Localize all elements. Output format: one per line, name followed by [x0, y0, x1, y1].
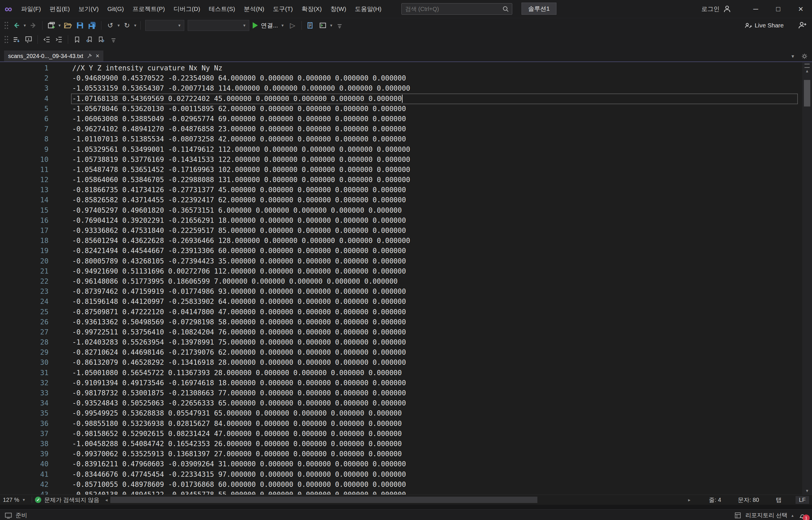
line-indicator[interactable]: 줄: 4 — [709, 496, 721, 504]
code-line[interactable]: 31-1.05001080 0.56545722 0.11367393 28.0… — [0, 368, 802, 378]
line-number[interactable]: 23 — [0, 287, 49, 297]
toolbar-grip[interactable] — [4, 35, 9, 44]
navigate-back-dropdown-icon[interactable]: ▾ — [24, 23, 26, 28]
menu-tools[interactable]: 도구(T) — [269, 0, 297, 18]
select-repository-button[interactable]: 리포지토리 선택 — [745, 511, 787, 519]
code-line[interactable]: 2-0.94689900 0.45370522 -0.22354980 64.0… — [0, 73, 802, 83]
code-line[interactable]: 8-1.01107013 0.51385534 -0.08073258 42.0… — [0, 134, 802, 144]
code-line[interactable]: 14-0.85826582 0.43714455 -0.22392417 62.… — [0, 195, 802, 205]
line-number[interactable]: 12 — [0, 175, 49, 185]
menu-git[interactable]: Git(G) — [103, 0, 128, 18]
attach-dropdown-icon[interactable]: ▾ — [281, 23, 284, 28]
scroll-right-icon[interactable]: ▸ — [686, 497, 692, 503]
menu-view[interactable]: 보기(V) — [74, 0, 103, 18]
zoom-control[interactable]: 127 % ▾ — [0, 497, 29, 503]
line-number[interactable]: 32 — [0, 378, 49, 388]
code-line[interactable]: 15-0.97405297 0.49601820 -0.36573151 6.0… — [0, 205, 802, 215]
split-editor-handle[interactable] — [805, 64, 810, 68]
open-file-button[interactable] — [63, 20, 73, 31]
code-line[interactable]: 37-0.98158652 0.52902615 0.08231424 47.0… — [0, 429, 802, 439]
code-line[interactable]: 36-0.98855180 0.53236938 0.02815627 84.0… — [0, 419, 802, 429]
line-number[interactable]: 24 — [0, 297, 49, 307]
line-number[interactable]: 4 — [0, 94, 49, 104]
toggle-bookmark-button[interactable] — [72, 34, 82, 45]
code-line[interactable]: 7-0.96274102 0.48941270 -0.04876858 23.0… — [0, 124, 802, 134]
line-number[interactable]: 42 — [0, 479, 49, 490]
line-number[interactable]: 17 — [0, 226, 49, 236]
line-number[interactable]: 1 — [0, 63, 49, 73]
maximize-button[interactable]: □ — [767, 0, 789, 18]
code-line[interactable]: 20-0.80005789 0.43268105 -0.27394423 35.… — [0, 256, 802, 266]
command-window-button[interactable] — [317, 20, 328, 31]
document-health-indicator[interactable]: ✓ 문제가 검색되지 않음 — [35, 496, 103, 504]
sign-in-button[interactable]: 로그인 — [702, 5, 720, 13]
menu-edit[interactable]: 편집(E) — [45, 0, 74, 18]
line-number[interactable]: 3 — [0, 83, 49, 94]
line-number[interactable]: 35 — [0, 408, 49, 418]
code-line[interactable]: 25-0.87509871 0.47222120 -0.04147800 47.… — [0, 307, 802, 317]
line-number[interactable]: 36 — [0, 419, 49, 429]
code-line[interactable]: 32-0.91091394 0.49173546 -0.16974618 18.… — [0, 378, 802, 388]
line-number[interactable]: 34 — [0, 398, 49, 408]
line-number[interactable]: 29 — [0, 347, 49, 358]
line-number[interactable]: 18 — [0, 236, 49, 246]
line-number[interactable]: 16 — [0, 215, 49, 226]
redo-button[interactable]: ↻ — [122, 20, 132, 31]
attach-button[interactable]: 연결... ▾ — [253, 21, 285, 29]
toolbar-overflow-button[interactable] — [108, 34, 119, 45]
code-line[interactable]: 43-0.85240138 0.48945122 -0.03455778 55.… — [0, 490, 802, 495]
minimize-button[interactable]: ─ — [744, 0, 767, 18]
code-line[interactable]: 40-0.83916211 0.47960603 -0.03909264 31.… — [0, 459, 802, 469]
line-number[interactable]: 38 — [0, 439, 49, 449]
code-line[interactable]: 17-0.93336862 0.47531840 -0.22259517 85.… — [0, 226, 802, 236]
line-number[interactable]: 13 — [0, 185, 49, 195]
code-line[interactable]: 38-1.00458288 0.54084742 0.16542353 26.0… — [0, 439, 802, 449]
list-members-button[interactable] — [11, 34, 22, 45]
redo-dropdown-icon[interactable]: ▾ — [134, 23, 137, 28]
solution-name-button[interactable]: 솔루션1 — [521, 3, 557, 15]
feedback-icon[interactable] — [798, 21, 807, 30]
menu-debug[interactable]: 디버그(D) — [169, 0, 204, 18]
find-in-files-button[interactable] — [305, 20, 316, 31]
save-all-button[interactable] — [87, 20, 98, 31]
line-number[interactable]: 9 — [0, 145, 49, 155]
horizontal-scrollbar[interactable] — [109, 495, 686, 505]
line-number[interactable]: 10 — [0, 155, 49, 165]
start-without-debugging-button[interactable]: ▷ — [287, 20, 298, 31]
tab-scans-txt[interactable]: scans_2024-0..._09-34-43.txt × — [4, 51, 103, 61]
chevron-up-icon[interactable]: ▴ — [791, 513, 793, 518]
line-number[interactable]: 25 — [0, 307, 49, 317]
code-line[interactable]: 10-1.05738819 0.53776169 -0.14341533 122… — [0, 155, 802, 165]
code-line[interactable]: 41-0.83446676 0.47745454 -0.22334315 97.… — [0, 469, 802, 479]
scroll-left-icon[interactable]: ◂ — [103, 497, 109, 503]
code-line[interactable]: 24-0.81596148 0.44120997 -0.25833902 64.… — [0, 297, 802, 307]
line-number[interactable]: 27 — [0, 327, 49, 337]
code-line[interactable]: 4-1.07168138 0.54369569 0.02722402 45.00… — [0, 94, 802, 104]
close-tab-icon[interactable]: × — [96, 52, 99, 60]
line-number[interactable]: 14 — [0, 195, 49, 205]
scroll-down-icon[interactable]: ▾ — [806, 488, 808, 494]
undo-button[interactable]: ↺ — [105, 20, 116, 31]
toolbar-grip[interactable] — [4, 21, 9, 29]
line-number[interactable]: 26 — [0, 317, 49, 327]
code-line[interactable]: 26-0.93613362 0.50498569 -0.07298198 58.… — [0, 317, 802, 327]
code-line[interactable]: 13-0.81866735 0.41734126 -0.27731377 45.… — [0, 185, 802, 195]
quick-search-box[interactable] — [401, 3, 512, 15]
line-number[interactable]: 11 — [0, 165, 49, 175]
menu-extensions[interactable]: 확장(X) — [297, 0, 326, 18]
eol-indicator[interactable]: LF — [795, 496, 809, 504]
line-number[interactable]: 8 — [0, 134, 49, 144]
menu-window[interactable]: 창(W) — [326, 0, 350, 18]
code-line[interactable]: 22-0.96148086 0.51773995 0.18606599 7.00… — [0, 277, 802, 287]
code-line[interactable]: 33-0.98178732 0.53001875 -0.21308663 77.… — [0, 388, 802, 398]
line-number[interactable]: 22 — [0, 277, 49, 287]
line-number[interactable]: 37 — [0, 429, 49, 439]
decrease-indent-button[interactable] — [41, 34, 52, 45]
solution-platforms-dropdown[interactable]: ▾ — [188, 20, 249, 31]
solution-configurations-dropdown[interactable]: ▾ — [145, 20, 184, 31]
line-number[interactable]: 2 — [0, 73, 49, 83]
line-number[interactable]: 33 — [0, 388, 49, 398]
line-number[interactable]: 21 — [0, 266, 49, 277]
toolbar-options-dropdown-icon[interactable]: ▾ — [330, 23, 333, 28]
pin-tab-icon[interactable] — [87, 53, 92, 59]
